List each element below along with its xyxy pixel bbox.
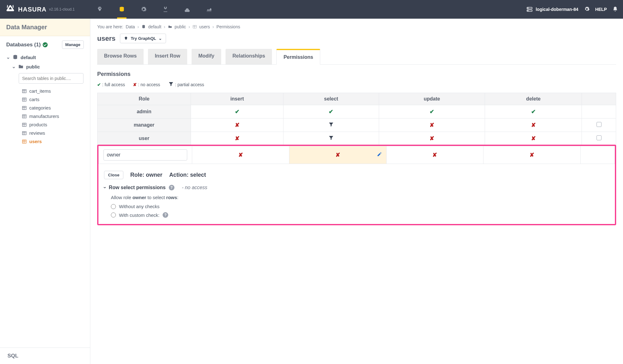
tab-permissions[interactable]: Permissions (276, 49, 320, 65)
try-graphql-button[interactable]: Try GraphQL ⌄ (120, 34, 166, 43)
perm-cell-delete[interactable]: ✔ (485, 105, 582, 119)
tab-relationships[interactable]: Relationships (226, 49, 272, 64)
x-icon: ✘ (133, 82, 137, 87)
col-insert: insert (191, 93, 283, 105)
table-link-categories[interactable]: categories (22, 104, 86, 112)
breadcrumb-item[interactable]: users (199, 24, 210, 29)
schema-tree-node-public[interactable]: ⌄ public (4, 62, 86, 71)
filter-icon (328, 136, 334, 142)
table-link-carts[interactable]: carts (22, 95, 86, 104)
folder-icon (168, 25, 172, 29)
check-icon: ✔ (329, 109, 333, 115)
permissions-heading: Permissions (97, 71, 616, 77)
edit-icon[interactable] (377, 152, 382, 158)
perm-cell-update[interactable]: ✘ (379, 119, 485, 132)
x-icon: ✘ (430, 135, 434, 142)
table-icon (22, 97, 27, 102)
breadcrumb-item[interactable]: Data (126, 24, 135, 29)
role-cell: admin (97, 105, 191, 119)
filter-icon (168, 81, 174, 88)
perm-cell-insert[interactable]: ✘ (191, 132, 283, 145)
tab-modify[interactable]: Modify (192, 49, 221, 64)
table-icon (22, 139, 27, 144)
perm-cell-select[interactable] (283, 119, 379, 132)
tabs: Browse RowsInsert RowModifyRelationships… (97, 49, 616, 65)
perm-cell-delete[interactable]: ✘ (483, 146, 581, 164)
legend-partial: : partial access (175, 82, 204, 87)
col-update: update (379, 93, 485, 105)
bulk-checkbox[interactable] (597, 122, 602, 127)
col-role: Role (97, 93, 191, 105)
perm-cell-update[interactable]: ✘ (379, 132, 485, 145)
database-icon (12, 54, 18, 60)
notifications-icon[interactable] (612, 6, 618, 13)
nav-actions-icon[interactable] (137, 0, 150, 18)
nav-monitoring-icon[interactable] (202, 0, 216, 18)
permission-editor-highlight: ✘ ✘ ✘ ✘ Close Role: owner Action: select (97, 145, 616, 225)
svg-point-4 (528, 10, 528, 11)
perm-cell-delete[interactable]: ✘ (485, 119, 582, 132)
x-icon: ✘ (531, 122, 536, 128)
perm-row-user: user✘✘✘ (97, 132, 616, 145)
perm-cell-update[interactable]: ✘ (386, 146, 483, 164)
table-icon (22, 122, 27, 127)
sql-link[interactable]: SQL (0, 348, 90, 364)
table-link-products[interactable]: products (22, 120, 86, 129)
server-icon (526, 7, 533, 12)
help-link[interactable]: HELP (595, 7, 607, 12)
perm-cell-select[interactable]: ✘ (289, 146, 386, 164)
breadcrumb-item: Permissions (216, 24, 240, 29)
table-icon (22, 131, 27, 136)
help-icon[interactable]: ? (163, 212, 168, 218)
perm-cell-select[interactable]: ✔ (283, 105, 379, 119)
row-permissions-header[interactable]: › Row select permissions ? - no access (104, 185, 609, 190)
nav-remote-icon[interactable] (159, 0, 172, 18)
nav-api-icon[interactable] (93, 0, 107, 18)
caret-icon: ⌄ (12, 65, 16, 68)
nav-events-icon[interactable] (181, 0, 194, 18)
row-permissions-title: Row select permissions (109, 185, 165, 190)
table-link-cart_items[interactable]: cart_items (22, 87, 86, 95)
tab-insert-row[interactable]: Insert Row (148, 49, 187, 64)
table-link-reviews[interactable]: reviews (22, 129, 86, 137)
perm-cell-insert[interactable]: ✘ (192, 146, 289, 164)
schema-name: public (26, 64, 40, 69)
perm-cell-update[interactable]: ✔ (379, 105, 485, 119)
perm-cell-delete[interactable]: ✘ (485, 132, 582, 145)
table-icon (22, 105, 27, 110)
breadcrumb-item[interactable]: public (175, 24, 186, 29)
db-tree-node-default[interactable]: ⌄ default (4, 53, 86, 62)
tab-browse-rows[interactable]: Browse Rows (97, 49, 144, 64)
perm-cell-insert[interactable]: ✘ (191, 119, 283, 132)
close-button[interactable]: Close (104, 171, 123, 179)
breadcrumb: You are here: Data› default› public› use… (97, 24, 616, 29)
breadcrumb-item[interactable]: default (148, 24, 161, 29)
perm-cell-insert[interactable]: ✔ (191, 105, 283, 119)
new-role-input[interactable] (103, 149, 187, 161)
check-icon: ✔ (430, 109, 434, 115)
search-tables-input[interactable] (19, 73, 83, 84)
settings-icon[interactable] (584, 6, 590, 13)
nav-data-icon[interactable] (115, 0, 128, 18)
perm-row-manager: manager✘✘✘ (97, 119, 616, 132)
svg-point-3 (528, 8, 528, 8)
project-selector[interactable]: logical-doberman-84 (526, 7, 578, 12)
table-link-users[interactable]: users (22, 137, 86, 146)
hasura-logo-icon (5, 4, 16, 15)
bulk-checkbox[interactable] (597, 135, 602, 140)
help-icon[interactable]: ? (169, 185, 174, 190)
databases-row: Databases (1) Manage (0, 36, 90, 50)
brand-logo[interactable]: HASURA (5, 4, 47, 15)
perm-cell-select[interactable] (283, 132, 379, 145)
db-status-ok-icon (43, 42, 48, 47)
manage-button[interactable]: Manage (62, 40, 84, 49)
chevron-down-icon: › (102, 187, 108, 188)
radio-without-checks[interactable]: Without any checks (111, 204, 609, 209)
radio-custom-check[interactable]: With custom check: ? (111, 212, 609, 218)
radio-label: Without any checks (119, 204, 159, 209)
no-access-text: no access (185, 185, 207, 190)
table-link-manufacturers[interactable]: manufacturers (22, 112, 86, 120)
legend-none: : no access (138, 82, 160, 87)
x-icon: ✘ (430, 122, 434, 128)
database-icon (141, 25, 146, 29)
